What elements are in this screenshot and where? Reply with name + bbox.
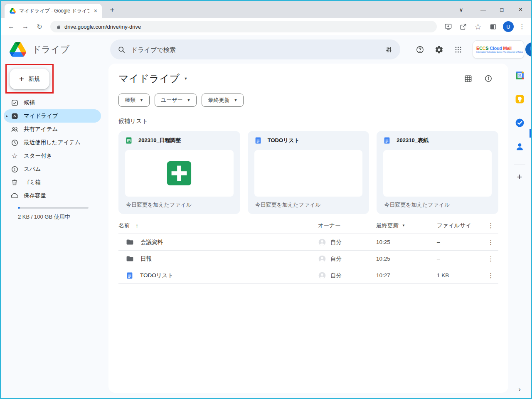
chevron-down-icon[interactable]: ▼	[402, 224, 405, 227]
chevron-down-icon: ▼	[234, 98, 237, 102]
sidebar-item-label: マイドライブ	[24, 112, 58, 120]
card-preview	[383, 150, 492, 197]
spam-icon	[10, 165, 19, 173]
page-title[interactable]: マイドライブ	[118, 72, 180, 85]
sidebar-item-my-drive[interactable]: ▸ マイドライブ	[4, 109, 101, 123]
account-avatar[interactable]: U	[525, 42, 532, 57]
file-row[interactable]: 会議資料 自分 10:25 – ⋮	[118, 234, 498, 251]
share-icon[interactable]	[457, 21, 469, 32]
new-button[interactable]: + 新規	[10, 69, 49, 89]
file-row[interactable]: TODOリスト 自分 10:27 1 KB ⋮	[118, 267, 498, 284]
storage-progress-bar	[18, 207, 89, 209]
sidebar-item-starred[interactable]: ☆ スター付き	[4, 149, 101, 163]
docs-icon	[126, 272, 133, 279]
file-row[interactable]: 日報 自分 10:25 – ⋮	[118, 251, 498, 267]
sidebar-item-suggestions[interactable]: 候補	[4, 96, 101, 109]
column-size[interactable]: ファイルサイ	[437, 222, 483, 229]
collapse-side-panel-icon[interactable]: ›	[518, 385, 521, 394]
filter-chip-people[interactable]: ユーザー ▼	[155, 94, 197, 107]
top-bar: ECCS Cloud Mail Information Technology C…	[108, 35, 531, 64]
calendar-icon[interactable]: 31	[514, 70, 525, 81]
header-more-icon[interactable]: ⋮	[483, 222, 498, 229]
address-bar[interactable]: drive.google.com/drive/my-drive	[50, 21, 437, 32]
contacts-icon[interactable]	[514, 141, 525, 152]
sidebar-item-shared[interactable]: 共有アイテム	[4, 123, 101, 136]
settings-gear-icon[interactable]	[431, 42, 447, 57]
card-title: 202310_日程調整	[138, 137, 181, 144]
sidebar-item-label: 最近使用したアイテム	[24, 139, 81, 146]
tab-title: マイドライブ - Google ドライブ	[19, 7, 89, 15]
sidebar-item-spam[interactable]: スパム	[4, 163, 101, 176]
expand-arrow-icon[interactable]: ▸	[4, 114, 10, 118]
browser-window: マイドライブ - Google ドライブ × + ∨ — □ × ← → ↻ d…	[0, 0, 532, 399]
row-more-icon[interactable]: ⋮	[483, 272, 498, 279]
filter-chip-type[interactable]: 種類 ▼	[118, 94, 150, 107]
card-footer: 今日変更を加えたファイル	[383, 197, 492, 213]
bookmark-star-icon[interactable]: ☆	[472, 21, 484, 32]
reload-icon[interactable]: ↻	[34, 21, 45, 32]
column-owner[interactable]: オーナー	[318, 222, 376, 229]
column-modified[interactable]: 最終更新	[376, 222, 399, 229]
owner-avatar	[318, 238, 326, 246]
back-icon[interactable]: ←	[5, 21, 17, 32]
column-name[interactable]: 名前	[118, 222, 130, 229]
install-app-icon[interactable]	[442, 21, 454, 32]
search-options-icon[interactable]	[385, 46, 393, 54]
row-more-icon[interactable]: ⋮	[483, 255, 498, 263]
browser-tab[interactable]: マイドライブ - Google ドライブ ×	[5, 4, 102, 18]
url-text: drive.google.com/drive/my-drive	[64, 24, 141, 30]
eccs-logo: ECCS Cloud Mail Information Technology C…	[476, 46, 523, 53]
side-panel-icon[interactable]	[487, 21, 499, 32]
tab-close-icon[interactable]: ×	[93, 7, 99, 14]
chevron-down-icon: ▼	[187, 98, 191, 102]
shared-people-icon	[10, 125, 19, 133]
row-more-icon[interactable]: ⋮	[483, 239, 498, 246]
file-name: 会議資料	[140, 239, 163, 246]
browser-profile-avatar[interactable]: U	[503, 21, 514, 32]
add-addon-icon[interactable]: +	[517, 172, 522, 182]
new-tab-button[interactable]: +	[107, 5, 118, 15]
top-bar-actions: ECCS Cloud Mail Information Technology C…	[412, 40, 524, 59]
sidebar-item-recent[interactable]: 最近使用したアイテム	[4, 136, 101, 149]
search-bar[interactable]	[110, 39, 400, 59]
info-icon[interactable]	[484, 74, 493, 83]
grid-view-icon[interactable]	[464, 74, 473, 83]
help-icon[interactable]	[412, 42, 428, 57]
file-name: TODOリスト	[140, 272, 173, 279]
suggestion-card[interactable]: 202310_表紙 今日変更を加えたファイル	[377, 131, 498, 214]
suggestion-card[interactable]: 202310_日程調整 今日変更を加えたファイル	[118, 131, 240, 214]
keep-icon[interactable]	[514, 94, 525, 104]
forward-icon[interactable]: →	[20, 21, 31, 32]
apps-grid-icon[interactable]	[450, 42, 466, 57]
owner-name: 自分	[330, 272, 342, 279]
suggestion-cards: 202310_日程調整 今日変更を加えたファイル	[118, 131, 498, 214]
search-input[interactable]	[131, 46, 379, 53]
scrollbar-fragment	[530, 129, 531, 138]
chevron-down-icon: ▼	[140, 98, 143, 102]
sidebar-item-trash[interactable]: ゴミ箱	[4, 176, 101, 189]
content-row: マイドライブ ▼ 種類	[108, 64, 531, 398]
close-button[interactable]: ×	[511, 6, 530, 13]
suggestions-label: 候補リスト	[118, 118, 498, 125]
modified-time: 10:25	[376, 256, 437, 262]
minimize-button[interactable]: —	[474, 7, 493, 13]
owner-name: 自分	[330, 255, 342, 263]
tab-search-icon[interactable]: ∨	[452, 7, 470, 13]
filter-chip-modified[interactable]: 最終更新 ▼	[202, 94, 244, 107]
sort-asc-icon[interactable]: ↑	[135, 222, 138, 229]
card-footer: 今日変更を加えたファイル	[254, 197, 363, 213]
eccs-subtitle: Information Technology Center, The Unive…	[476, 51, 523, 53]
suggestion-card[interactable]: TODOリスト 今日変更を加えたファイル	[248, 131, 369, 214]
title-dropdown-icon[interactable]: ▼	[184, 76, 187, 81]
sidebar-item-label: 共有アイテム	[24, 126, 58, 133]
tasks-icon[interactable]	[514, 117, 525, 128]
sidebar-item-storage[interactable]: 保存容量	[4, 189, 101, 202]
file-size: –	[437, 256, 483, 262]
account-badge[interactable]: ECCS Cloud Mail Information Technology C…	[473, 40, 524, 59]
storage-progress-fill	[18, 207, 20, 209]
clock-icon	[10, 138, 19, 147]
maximize-button[interactable]: □	[493, 7, 511, 13]
browser-menu-icon[interactable]: ⋮	[517, 23, 527, 30]
docs-icon	[254, 137, 262, 144]
sidebar-item-label: 保存容量	[24, 192, 46, 200]
